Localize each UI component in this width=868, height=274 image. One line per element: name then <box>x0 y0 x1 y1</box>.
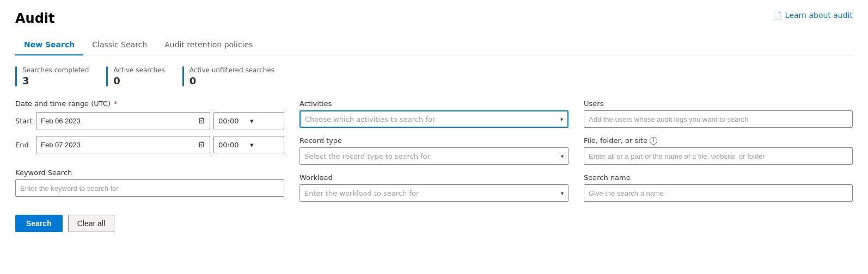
keyword-search-group: Keyword Search <box>15 169 284 197</box>
record-type-dropdown[interactable]: Select the record type to search for ▾ <box>299 147 569 165</box>
workload-dropdown[interactable]: Enter the workload to search for ▾ <box>299 184 569 202</box>
workload-chevron-icon: ▾ <box>561 190 564 196</box>
search-button[interactable]: Search <box>15 215 63 232</box>
doc-icon: 📄 <box>773 11 782 20</box>
form-col-1: Date and time range (UTC) * Start 🗓 00:0… <box>15 99 284 210</box>
date-time-group: Date and time range (UTC) * Start 🗓 00:0… <box>15 99 284 160</box>
file-folder-label: File, folder, or site i <box>584 136 853 145</box>
start-calendar-icon[interactable]: 🗓 <box>198 116 205 125</box>
end-date-input-wrap[interactable]: 🗓 <box>36 136 210 153</box>
record-type-chevron-icon: ▾ <box>561 153 564 159</box>
search-name-group: Search name <box>584 173 853 202</box>
activities-placeholder: Choose which activities to search for <box>305 115 558 123</box>
record-type-placeholder: Select the record type to search for <box>304 152 559 160</box>
record-type-label: Record type <box>299 136 569 145</box>
start-time-chevron-icon: ▾ <box>250 117 279 125</box>
workload-label: Workload <box>299 173 569 182</box>
tab-new-search[interactable]: New Search <box>15 35 83 55</box>
users-group: Users <box>584 99 853 128</box>
users-label: Users <box>584 99 853 108</box>
activities-chevron-icon: ▾ <box>560 116 563 122</box>
page-header: Audit 📄 Learn about audit <box>15 11 853 26</box>
actions-row: Search Clear all <box>15 215 853 232</box>
end-time-select[interactable]: 00:00 ▾ <box>213 136 284 153</box>
stat-active-searches-label: Active searches <box>113 66 164 74</box>
search-name-input[interactable] <box>584 184 853 202</box>
keyword-input[interactable] <box>15 179 284 197</box>
start-time-value: 00:00 <box>218 117 248 125</box>
activities-group: Activities Choose which activities to se… <box>299 99 569 128</box>
stat-active-unfiltered-value: 0 <box>190 75 274 86</box>
workload-placeholder: Enter the workload to search for <box>304 189 559 197</box>
stat-active-unfiltered: Active unfiltered searches 0 <box>182 66 274 86</box>
activities-dropdown[interactable]: Choose which activities to search for ▾ <box>299 110 569 128</box>
end-date-row: End 🗓 00:00 ▾ <box>15 136 284 153</box>
start-label: Start <box>15 117 33 125</box>
stat-searches-completed-value: 3 <box>22 75 89 86</box>
users-input[interactable] <box>584 110 853 128</box>
end-date-input[interactable] <box>41 141 194 149</box>
date-section-label: Date and time range (UTC) * <box>15 99 284 108</box>
end-time-chevron-icon: ▾ <box>250 141 279 149</box>
keyword-label: Keyword Search <box>15 169 284 177</box>
start-date-input[interactable] <box>41 117 194 125</box>
search-name-label: Search name <box>584 173 853 182</box>
stat-bar <box>15 66 17 86</box>
stat-searches-completed-label: Searches completed <box>22 66 89 74</box>
tab-classic-search[interactable]: Classic Search <box>83 35 156 55</box>
stat-bar-2 <box>106 66 108 86</box>
start-date-row: Start 🗓 00:00 ▾ <box>15 112 284 129</box>
file-folder-info-icon[interactable]: i <box>650 137 657 145</box>
tab-audit-retention[interactable]: Audit retention policies <box>156 35 261 55</box>
tab-navigation: New Search Classic Search Audit retentio… <box>15 35 853 55</box>
page-title: Audit <box>15 11 55 26</box>
stat-active-searches: Active searches 0 <box>106 66 164 86</box>
activities-label: Activities <box>299 99 569 108</box>
required-star: * <box>112 99 118 108</box>
file-folder-input[interactable] <box>584 147 853 165</box>
stat-searches-completed: Searches completed 3 <box>15 66 89 86</box>
start-time-select[interactable]: 00:00 ▾ <box>213 112 284 129</box>
form-col-2: Activities Choose which activities to se… <box>299 99 569 210</box>
stats-row: Searches completed 3 Active searches 0 A… <box>15 66 853 86</box>
workload-group: Workload Enter the workload to search fo… <box>299 173 569 202</box>
learn-about-audit-link[interactable]: 📄 Learn about audit <box>773 11 853 20</box>
clear-button[interactable]: Clear all <box>68 215 114 232</box>
file-folder-group: File, folder, or site i <box>584 136 853 165</box>
end-label: End <box>15 141 33 149</box>
end-calendar-icon[interactable]: 🗓 <box>198 140 205 149</box>
stat-bar-3 <box>182 66 184 86</box>
end-time-value: 00:00 <box>218 141 248 149</box>
start-date-input-wrap[interactable]: 🗓 <box>36 112 210 129</box>
form-grid: Date and time range (UTC) * Start 🗓 00:0… <box>15 99 853 210</box>
stat-active-unfiltered-label: Active unfiltered searches <box>190 66 274 74</box>
record-type-group: Record type Select the record type to se… <box>299 136 569 165</box>
stat-active-searches-value: 0 <box>113 75 164 86</box>
form-col-3: Users File, folder, or site i Search nam… <box>584 99 853 210</box>
